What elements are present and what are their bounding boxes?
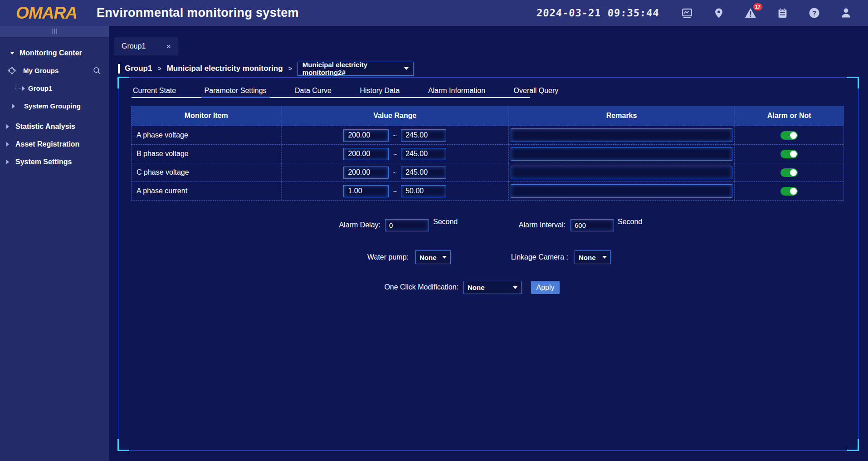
breadcrumb-accent-bar <box>118 64 120 74</box>
sidebar-nav: Monitoring Center My Groups Group1 Syste… <box>0 37 109 171</box>
chevron-down-icon <box>10 52 15 54</box>
sidebar-collapse-handle[interactable] <box>0 26 109 37</box>
table-row: A phase voltage ~ <box>132 126 844 144</box>
value-range-cell: ~ <box>281 145 508 163</box>
one-click-modification-select[interactable]: None <box>463 281 522 294</box>
panel-corner <box>847 439 859 451</box>
close-icon[interactable]: × <box>166 43 171 50</box>
table-header-row: Monitor Item Value Range Remarks Alarm o… <box>132 106 844 126</box>
breadcrumb-item-group1[interactable]: Group1 <box>125 64 152 73</box>
alarm-delay-label: Alarm Delay: <box>290 221 380 229</box>
breadcrumb: Group1 > Municipal electricity monitorin… <box>118 61 414 76</box>
alarm-icon[interactable]: 17 <box>745 7 756 19</box>
content-panel: Current State Parameter Settings Data Cu… <box>118 77 858 451</box>
apply-button[interactable]: Apply <box>531 281 560 294</box>
sidebar-item-group1[interactable]: Group1 <box>0 79 109 97</box>
top-header: OMARA Environmental monitoring system 20… <box>0 0 868 26</box>
alarm-cell <box>734 163 844 181</box>
chevron-down-icon <box>442 256 447 259</box>
range-max-input[interactable] <box>401 185 446 197</box>
monitor-item-label: A phase current <box>132 182 281 200</box>
value-range-cell: ~ <box>281 163 508 181</box>
chevron-right-icon <box>22 86 25 91</box>
toggle-knob <box>790 188 797 195</box>
tree-connector <box>15 84 21 89</box>
alarm-cell <box>734 182 844 200</box>
groups-icon <box>7 66 17 75</box>
search-icon[interactable] <box>93 66 102 75</box>
app-window: OMARA Environmental monitoring system 20… <box>0 0 868 461</box>
panel-corner <box>847 77 859 88</box>
value-range-cell: ~ <box>281 126 508 144</box>
alarm-toggle[interactable] <box>780 131 798 140</box>
remarks-cell <box>508 126 734 144</box>
col-header-alarm-or-not: Alarm or Not <box>734 106 844 126</box>
table-row: A phase current ~ <box>132 181 844 200</box>
remarks-input[interactable] <box>511 184 732 198</box>
range-max-input[interactable] <box>401 167 446 179</box>
monitor-item-label: C phase voltage <box>132 163 281 181</box>
one-click-modification-label: One Click Modification: <box>368 283 458 291</box>
user-icon[interactable] <box>840 7 852 19</box>
range-min-input[interactable] <box>343 129 389 142</box>
chevron-down-icon <box>404 67 409 70</box>
page-title: Environmental monitoring system <box>97 6 299 20</box>
tab-data-curve[interactable]: Data Curve <box>293 84 333 97</box>
chevron-right-icon <box>12 104 15 108</box>
chevron-down-icon <box>513 286 517 289</box>
content-tabs: Current State Parameter Settings Data Cu… <box>132 84 530 98</box>
alarm-interval-input[interactable] <box>571 219 614 231</box>
tab-parameter-settings[interactable]: Parameter Settings <box>203 84 268 97</box>
remarks-cell <box>508 163 734 181</box>
tab-history-data[interactable]: History Data <box>358 84 401 97</box>
water-pump-label: Water pump: <box>318 253 409 261</box>
sidebar-item-asset-registration[interactable]: Asset Registration <box>0 135 109 153</box>
sidebar-item-monitoring-center[interactable]: Monitoring Center <box>0 44 109 62</box>
remarks-input[interactable] <box>511 128 732 142</box>
range-min-input[interactable] <box>343 167 389 179</box>
dashboard-icon[interactable] <box>681 7 693 19</box>
remarks-input[interactable] <box>511 166 732 179</box>
system-clock: 2024-03-21 09:35:44 <box>536 7 659 19</box>
alarm-delay-unit: Second <box>433 218 458 226</box>
main-area: Group1 × Group1 > Municipal electricity … <box>109 26 868 461</box>
chevron-right-icon <box>6 160 9 164</box>
table-row: C phase voltage ~ <box>132 163 844 181</box>
tab-group1[interactable]: Group1 × <box>114 37 178 55</box>
range-separator: ~ <box>393 169 397 177</box>
remarks-input[interactable] <box>511 147 732 161</box>
range-max-input[interactable] <box>401 148 446 160</box>
remarks-cell <box>508 182 734 200</box>
sidebar-item-statistic-analysis[interactable]: Statistic Analysis <box>0 118 109 135</box>
tab-alarm-information[interactable]: Alarm Information <box>427 84 487 97</box>
tab-overall-query[interactable]: Overall Query <box>512 84 560 97</box>
range-min-input[interactable] <box>343 148 389 160</box>
linkage-camera-select[interactable]: None <box>575 250 611 264</box>
sidebar: Monitoring Center My Groups Group1 Syste… <box>0 26 109 461</box>
help-icon[interactable]: ? <box>808 7 820 19</box>
calendar-icon[interactable] <box>776 7 788 19</box>
range-max-input[interactable] <box>401 129 446 142</box>
chevron-right-icon <box>6 142 9 147</box>
water-pump-select[interactable]: None <box>415 250 451 264</box>
sidebar-item-system-settings[interactable]: System Settings <box>0 153 109 171</box>
breadcrumb-item-municipal[interactable]: Municipal electricity monitoring <box>167 64 283 73</box>
tab-current-state[interactable]: Current State <box>132 84 177 97</box>
device-selector[interactable]: Municipal electricity monitoring2# <box>297 62 414 76</box>
alarm-interval-label: Alarm Interval: <box>475 221 566 229</box>
alarm-interval-unit: Second <box>618 218 642 226</box>
sidebar-item-system-grouping[interactable]: System Grouping <box>0 97 109 115</box>
col-header-monitor-item: Monitor Item <box>132 106 281 126</box>
range-min-input[interactable] <box>343 185 389 197</box>
panel-corner <box>117 439 129 451</box>
location-icon[interactable] <box>713 7 725 19</box>
toggle-knob <box>790 151 797 157</box>
alarm-cell <box>734 126 844 144</box>
col-header-value-range: Value Range <box>281 106 508 126</box>
sidebar-item-my-groups[interactable]: My Groups <box>0 62 109 79</box>
alarm-toggle[interactable] <box>780 150 798 158</box>
alarm-toggle[interactable] <box>780 187 798 196</box>
chevron-down-icon <box>602 256 607 259</box>
alarm-toggle[interactable] <box>780 168 798 177</box>
alarm-delay-input[interactable] <box>385 219 429 231</box>
